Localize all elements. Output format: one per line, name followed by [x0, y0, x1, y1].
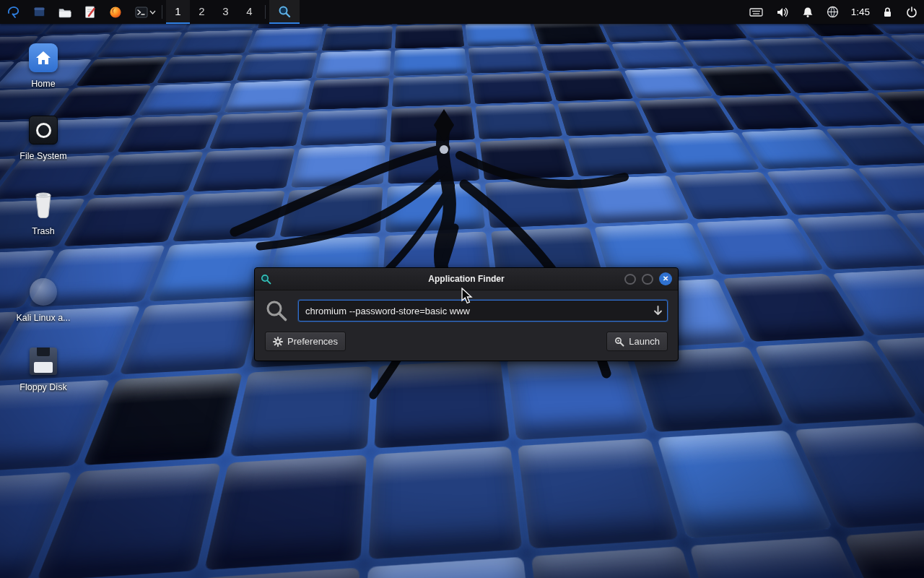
launcher-firefox[interactable] — [103, 0, 128, 24]
workspace-button-2[interactable]: 2 — [190, 0, 214, 24]
desktop-icon-label: Floppy Disk — [19, 382, 66, 392]
preferences-button[interactable]: Preferences — [265, 332, 346, 351]
tray-notifications-button[interactable] — [796, 0, 820, 24]
clock-label: 1:45 — [851, 7, 870, 17]
taskbar-app-finder-button[interactable] — [269, 0, 300, 24]
window-title: Application Finder — [255, 274, 678, 284]
launch-label: Launch — [629, 336, 660, 347]
finder-body: Preferences Launch — [255, 290, 678, 361]
trash-icon — [31, 191, 56, 220]
panel-left: 1 2 3 4 — [0, 0, 300, 24]
tray-volume-button[interactable] — [770, 0, 796, 24]
close-button[interactable]: ✕ — [659, 272, 672, 285]
maximize-button[interactable] — [642, 274, 653, 285]
panel-separator — [162, 5, 162, 19]
kali-menu-button[interactable] — [0, 0, 27, 24]
preferences-label: Preferences — [287, 336, 338, 347]
network-globe-icon — [827, 6, 839, 18]
launcher-file-manager[interactable] — [52, 0, 78, 24]
desktop-icon-label: Trash — [32, 226, 55, 236]
kali-logo-icon — [6, 5, 20, 19]
application-finder-window: Application Finder ✕ — [254, 267, 679, 361]
launch-icon — [614, 337, 624, 347]
bell-icon — [802, 7, 814, 18]
desktop-icon-kali-linux[interactable]: Kali Linux a... — [7, 276, 79, 326]
workspace-button-4[interactable]: 4 — [237, 0, 261, 24]
launcher-text-editor[interactable] — [78, 0, 103, 24]
launcher-terminal[interactable] — [128, 0, 149, 24]
desktop-icon-home[interactable]: Home — [7, 42, 79, 92]
power-icon — [906, 7, 918, 18]
tray-power-button[interactable] — [899, 0, 924, 24]
home-icon — [29, 43, 58, 72]
window-controls: ✕ — [624, 272, 672, 285]
desktop-icon-file-system[interactable]: File System — [7, 114, 79, 164]
chevron-down-icon — [149, 10, 156, 14]
workspace-label: 3 — [222, 5, 228, 17]
volume-icon — [776, 7, 789, 18]
top-panel: 1 2 3 4 — [0, 0, 924, 24]
minimize-button[interactable] — [624, 274, 636, 285]
desktop-icon-label: Home — [31, 79, 55, 89]
gear-icon — [273, 337, 283, 347]
floppy-disk-icon — [30, 348, 57, 375]
launch-button[interactable]: Launch — [606, 332, 668, 351]
firefox-icon — [109, 6, 122, 19]
command-input-wrap — [298, 300, 668, 322]
window-icon — [33, 6, 45, 18]
kali-disc-icon — [30, 278, 57, 306]
window-app-finder-icon — [261, 274, 271, 285]
panel-separator — [265, 5, 266, 19]
file-system-icon — [29, 116, 58, 144]
terminal-icon — [135, 7, 148, 18]
text-editor-icon — [84, 6, 96, 19]
desktop-icon-floppy-disk[interactable]: Floppy Disk — [7, 345, 79, 395]
panel-clock[interactable]: 1:45 — [845, 0, 876, 24]
workspace-button-3[interactable]: 3 — [214, 0, 237, 24]
workspace-label: 4 — [246, 5, 252, 17]
down-arrow-icon — [653, 306, 663, 316]
launcher-window[interactable] — [27, 0, 52, 24]
search-icon — [265, 299, 288, 322]
terminal-dropdown-button[interactable] — [149, 0, 158, 24]
titlebar[interactable]: Application Finder ✕ — [255, 268, 678, 290]
tray-network-button[interactable] — [820, 0, 845, 24]
submit-arrow-button[interactable] — [653, 306, 663, 316]
workspace-label: 2 — [199, 5, 204, 17]
panel-tray: 1:45 — [743, 0, 924, 24]
workspace-button-1[interactable]: 1 — [166, 0, 190, 24]
tray-lock-button[interactable] — [876, 0, 899, 24]
tray-keyboard-button[interactable] — [743, 0, 770, 24]
lock-icon — [882, 7, 893, 18]
desktop-icon-trash[interactable]: Trash — [7, 189, 79, 239]
desktop-icon-label: File System — [19, 151, 66, 161]
workspace-label: 1 — [175, 5, 180, 17]
command-input[interactable] — [298, 300, 668, 322]
folder-icon — [58, 7, 71, 18]
keyboard-icon — [749, 7, 763, 17]
desktop-icon-label: Kali Linux a... — [16, 313, 70, 323]
app-finder-icon — [278, 5, 291, 18]
